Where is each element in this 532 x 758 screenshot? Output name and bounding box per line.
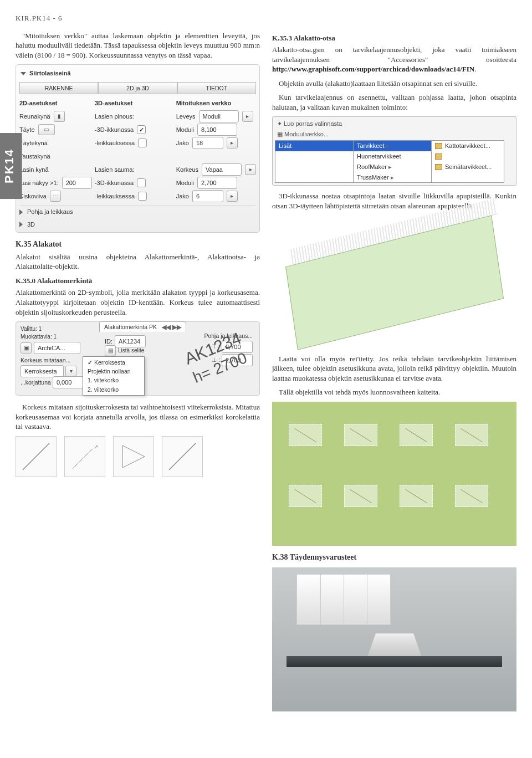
c3r5v[interactable]: 2,700: [197, 177, 237, 189]
c3r0v[interactable]: Moduli: [199, 110, 239, 122]
menu-top-1[interactable]: ▦ Moduuliverkko...: [277, 130, 329, 139]
menu-top-0[interactable]: ✦ Luo porras valinnasta: [277, 120, 342, 128]
row-taytekyna: Täytekynä: [19, 139, 48, 147]
folder-icon: [435, 164, 442, 170]
menu-sub-0[interactable]: Tarvikkeet ▸: [354, 141, 431, 151]
download-link[interactable]: http://www.graphisoft.com/support/archic…: [272, 65, 474, 73]
sel-caption1: Valittu: 1: [21, 325, 57, 333]
popup-caret-icon[interactable]: ▾: [65, 366, 76, 377]
folder-icon: [435, 153, 442, 160]
disclosure-icon2[interactable]: [19, 209, 23, 215]
lib-field[interactable]: ArchiCA...: [34, 342, 80, 354]
check-leik2[interactable]: [138, 192, 147, 201]
menu-sub-2[interactable]: RoofMaker ▸: [354, 162, 431, 172]
k350-body: Alakattomerkintä on 2D-symboli, jolla me…: [16, 288, 260, 317]
row-taustakyna: Taustakynä: [19, 152, 50, 161]
k353-c: Kun tarvikelaajennus on asennettu, valit…: [272, 93, 516, 112]
id-label: ID:: [105, 337, 112, 346]
disclosure-icon3[interactable]: [19, 222, 23, 227]
korkeus-text: Korkeus mitataan sijoituskerroksesta tai…: [16, 402, 260, 432]
col3-header: Mitoituksen verkko: [176, 99, 232, 107]
intro-text: "Mitoituksen verkko" auttaa laskemaan ob…: [16, 31, 260, 60]
c2r6: -leikkauksessa: [95, 192, 135, 201]
thumbnail-row: ↗: [16, 436, 260, 477]
menu-sub-3[interactable]: TrussMaker ▸: [354, 172, 431, 183]
arrow-btn2[interactable]: ▸: [227, 137, 238, 148]
arrow-btn[interactable]: ▸: [242, 111, 253, 122]
svg-line-4: [169, 443, 196, 470]
arrow-btn4[interactable]: ▸: [227, 191, 238, 202]
side-tab: PK14: [0, 133, 22, 199]
laatta-text: Laatta voi olla myös rei'itetty. Jos rei…: [272, 354, 516, 383]
c2r1: -3D-ikkunassa: [95, 126, 134, 134]
c2r4: Lasien sauma:: [95, 166, 135, 174]
sel-caption2: Muokattavia: 1: [21, 333, 57, 341]
tab-tiedot[interactable]: TIEDOT: [177, 82, 256, 94]
heading-k38: K.38 Täydennysvarusteet: [272, 552, 516, 563]
heading-k350: K.35.0 Alakattomerkintä: [16, 276, 260, 286]
korjattuna-label: ...korjattuna: [21, 378, 51, 386]
thumb-diag-arrow: ↗: [64, 436, 105, 477]
c3r4l: Korkeus: [176, 166, 198, 174]
row-kiskoviiva: Kiskoviiva: [19, 192, 47, 201]
check-3dikk2[interactable]: [137, 178, 146, 187]
k353-b: Objektin avulla (alakatto)laattaan liite…: [272, 79, 516, 89]
arrow-btn3[interactable]: ▸: [245, 164, 256, 175]
c3r6l: Jako: [176, 192, 189, 201]
interior-render: [272, 567, 516, 711]
alakatto-dialog: Alakattomerkintä PK ◀◀ ▶▶ Valittu: 1 Muo…: [16, 321, 260, 396]
lista-icon[interactable]: ▤: [105, 345, 116, 356]
menu-sub: Tarvikkeet ▸ Huonetarvikkeet RoofMaker ▸…: [354, 140, 432, 183]
popup-btn[interactable]: Kerroksesta: [21, 365, 64, 377]
tab-rakenne[interactable]: RAKENNE: [19, 82, 98, 94]
menu-side: Kattotarvikkeet... Laattatarvikkeet... S…: [432, 140, 504, 183]
c3r2v[interactable]: 18: [192, 137, 223, 149]
col1-header: 2D-asetukset: [19, 99, 57, 107]
c2r2: -leikkauksessa: [95, 139, 135, 147]
laatta-text2: Tällä objektilla voi tehdä myös luonnosv…: [272, 387, 516, 397]
dialog-tabs: RAKENNE 2D ja 3D TIEDOT: [19, 82, 256, 94]
k353-a: Alakatto-otsa.gsm on tarvikelaajennusobj…: [272, 45, 516, 74]
folder-icon: [435, 143, 442, 149]
korjattuna-field[interactable]: 0,000: [53, 376, 84, 388]
k35-body: Alakatot sisältää uusina objekteina Alak…: [16, 252, 260, 272]
popup-item-1[interactable]: Projektin nollaan: [83, 367, 144, 376]
menu-side-2[interactable]: Seinätarvikkeet...: [432, 162, 504, 172]
green-preview: [272, 402, 516, 546]
alakatto-tab[interactable]: Alakattomerkintä PK ◀◀ ▶▶: [99, 321, 186, 332]
popup-item-0[interactable]: Kerroksesta: [83, 358, 144, 367]
dialog-title: Siirtolasiseinä: [29, 69, 71, 78]
popup-item-3[interactable]: 2. viitekorko: [83, 385, 144, 394]
c3r6v[interactable]: 6: [192, 190, 223, 202]
linepick-btn[interactable]: ⋯: [50, 191, 61, 202]
disclosure-icon[interactable]: [21, 72, 26, 75]
c3r4v[interactable]: Vapaa: [202, 163, 242, 176]
tab-2d3d[interactable]: 2D ja 3D: [98, 82, 177, 94]
iso-preview: [272, 216, 516, 349]
c2r0: Lasien pinous:: [95, 112, 134, 121]
cupboard: [296, 574, 391, 625]
settings-dialog: Siirtolasiseinä RAKENNE 2D ja 3D TIEDOT …: [16, 64, 260, 233]
pen-btn[interactable]: ▮: [54, 111, 65, 122]
check-3dikk[interactable]: [137, 125, 146, 134]
lasi-field[interactable]: 200: [62, 177, 92, 189]
cooker-hood: [367, 633, 421, 656]
c3r0l: Leveys: [176, 112, 196, 121]
c3r1v[interactable]: 8,100: [197, 124, 237, 136]
popup-label: Korkeus mitataan...: [21, 356, 70, 364]
row-lasinakyy: Lasi näkyy >1:: [19, 179, 59, 187]
menu-side-1[interactable]: Laattatarvikkeet...: [432, 151, 504, 162]
popup-item-2[interactable]: 1. viitekorko: [83, 376, 144, 385]
obj-icon[interactable]: ▣: [21, 342, 32, 354]
menu-main[interactable]: Lisät: [275, 140, 354, 183]
menu-sub-1[interactable]: Huonetarvikkeet: [354, 151, 431, 162]
svg-text:↗: ↗: [94, 444, 98, 450]
menu-side-0[interactable]: Kattotarvikkeet...: [432, 141, 504, 151]
foot-pohja[interactable]: Pohja ja leikkaus: [27, 208, 73, 216]
svg-marker-3: [122, 445, 145, 468]
fill-btn[interactable]: ▭: [38, 124, 55, 135]
foot-3d[interactable]: 3D: [27, 221, 35, 229]
check-leik[interactable]: [138, 139, 147, 147]
height-popup: Kerroksesta Projektin nollaan 1. viiteko…: [83, 356, 145, 396]
row-lasinkyna: Lasin kynä: [19, 166, 49, 174]
